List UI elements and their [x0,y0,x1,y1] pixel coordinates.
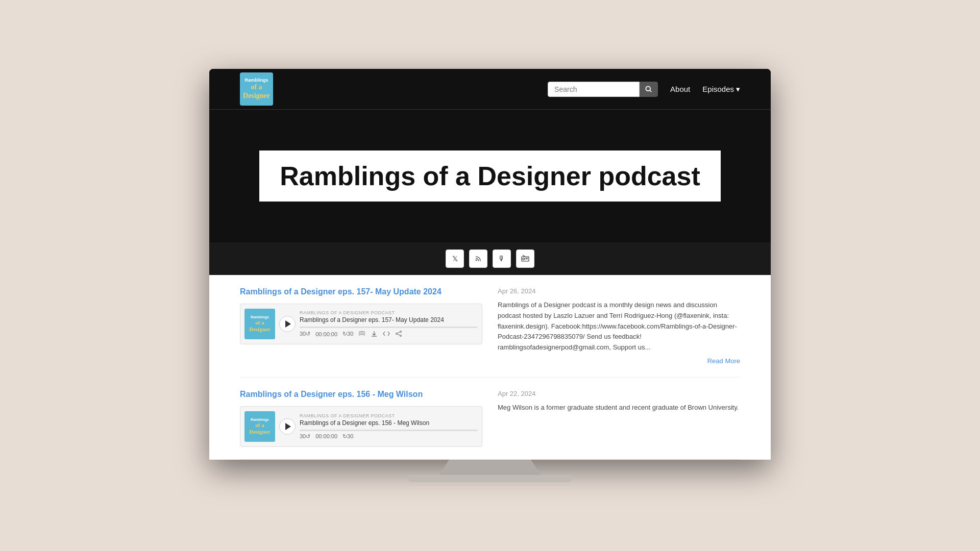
hero-section: Ramblings of a Designer podcast [209,110,771,242]
episode-player: Ramblings of a Designer RAMBLINGS OF A D… [240,406,482,447]
skip-back-label[interactable]: 30↺ [300,331,310,337]
content-area: 𝕏 🎙 [209,242,771,460]
episode-player-info: RAMBLINGS OF A DESIGNER PODCAST Rambling… [300,310,478,338]
episode-left: Ramblings of a Designer eps. 157- May Up… [240,287,482,365]
episode-title[interactable]: Ramblings of a Designer eps. 156 - Meg W… [240,390,482,399]
radio-button[interactable] [516,249,534,268]
svg-point-9 [400,331,402,332]
stream-icon [358,330,365,338]
search-button[interactable] [640,82,658,97]
episode-date: Apr 26, 2024 [498,287,740,295]
site-logo[interactable]: Ramblings of a Designer [240,72,273,106]
episode-progress-bar[interactable] [300,430,478,431]
svg-point-11 [396,333,398,334]
episode-right: Apr 26, 2024 Ramblings of a Designer pod… [498,287,740,365]
episode-title[interactable]: Ramblings of a Designer eps. 157- May Up… [240,287,482,296]
episodes-label: Episodes [702,85,734,93]
navigation: Ramblings of a Designer About [209,69,771,110]
play-icon [285,320,291,328]
episodes-list: Ramblings of a Designer eps. 157- May Up… [209,275,771,460]
twitter-button[interactable]: 𝕏 [446,249,464,268]
episode-right: Apr 22, 2024 Meg Wilson is a former grad… [498,390,740,447]
rss-icon [475,255,482,263]
episode-date: Apr 22, 2024 [498,390,740,397]
episode-description: Ramblings of a Designer podcast is a mon… [498,300,740,353]
chevron-down-icon: ▾ [736,85,740,94]
episode-player-label: RAMBLINGS OF A DESIGNER PODCAST [300,310,478,315]
podcast-icon: 🎙 [498,255,505,263]
share-icon[interactable] [395,330,402,338]
skip-fwd-label[interactable]: ↻30 [342,433,353,440]
skip-back-label[interactable]: 30↺ [300,433,310,440]
svg-point-2 [476,259,477,261]
monitor-stand [439,460,541,475]
search-icon [645,86,652,93]
time-display: 00:00:00 [315,331,337,337]
episodes-dropdown[interactable]: Episodes ▾ [702,85,740,94]
episode-description: Meg Wilson is a former graduate student … [498,403,740,413]
radio-icon [521,255,529,263]
hero-title: Ramblings of a Designer podcast [280,161,700,191]
episode-player-info: RAMBLINGS OF A DESIGNER PODCAST Rambling… [300,413,478,440]
search-input[interactable] [548,82,640,97]
podcast-button[interactable]: 🎙 [493,249,511,268]
rss-button[interactable] [469,249,487,268]
episode-item: Ramblings of a Designer eps. 157- May Up… [240,275,740,378]
read-more-link[interactable]: Read More [707,357,740,365]
episode-controls: 30↺ 00:00:00 ↻30 [300,330,478,338]
episode-player-title: Ramblings of a Designer eps. 157- May Up… [300,316,478,323]
embed-icon[interactable] [383,330,390,338]
monitor-screen: Ramblings of a Designer About [209,69,771,460]
svg-line-1 [650,90,651,92]
twitter-icon: 𝕏 [452,255,458,263]
play-icon [285,423,291,430]
episode-left: Ramblings of a Designer eps. 156 - Meg W… [240,390,482,447]
svg-line-13 [398,334,400,335]
episode-player-label: RAMBLINGS OF A DESIGNER PODCAST [300,413,478,418]
svg-line-12 [398,332,400,333]
read-more-container: Read More [498,357,740,365]
hero-title-box: Ramblings of a Designer podcast [259,151,721,202]
episode-player-title: Ramblings of a Designer eps. 156 - Meg W… [300,419,478,427]
play-button[interactable] [279,418,296,435]
search-container [548,82,658,97]
nav-right: About Episodes ▾ [548,82,740,97]
download-icon[interactable] [371,330,378,338]
svg-point-10 [400,335,402,336]
play-button[interactable] [279,316,296,332]
svg-point-0 [646,86,650,91]
skip-fwd-label[interactable]: ↻30 [342,331,353,337]
episode-controls: 30↺ 00:00:00 ↻30 [300,433,478,440]
monitor-base [408,475,572,482]
svg-point-4 [523,258,525,260]
about-link[interactable]: About [670,85,690,93]
episode-player: Ramblings of a Designer RAMBLINGS OF A D… [240,304,482,344]
episode-thumbnail: Ramblings of a Designer [244,411,275,442]
episode-progress-bar[interactable] [300,327,478,328]
social-bar: 𝕏 🎙 [209,242,771,275]
episode-thumbnail: Ramblings of a Designer [244,309,275,339]
episode-item: Ramblings of a Designer eps. 156 - Meg W… [240,378,740,460]
time-display: 00:00:00 [315,433,337,439]
monitor-wrapper: Ramblings of a Designer About [209,69,771,482]
